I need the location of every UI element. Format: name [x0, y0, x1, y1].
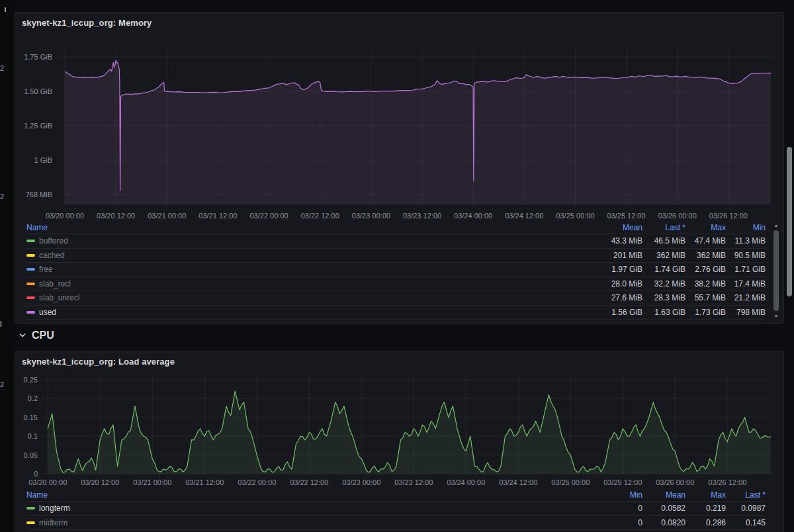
- memory-legend-table: NameMeanLast *MaxMinbuffered43.3 MiB46.5…: [15, 221, 783, 320]
- y-tick-label: 0: [34, 470, 38, 478]
- legend-column-min[interactable]: Min: [583, 490, 642, 500]
- series-color-swatch: [26, 268, 35, 271]
- x-tick-label: 03/21 00:00: [148, 212, 186, 220]
- legend-stat-value: 55.7 MiB: [685, 293, 726, 302]
- series-color-swatch: [26, 240, 35, 242]
- row-header-cpu[interactable]: CPU: [19, 330, 54, 341]
- legend-column-mean[interactable]: Mean: [642, 490, 685, 500]
- series-name: cached: [39, 251, 65, 260]
- clipped-fragment: 2: [0, 192, 4, 201]
- legend-column-mean[interactable]: Mean: [583, 223, 642, 232]
- legend-stat-value: 0.0582: [642, 504, 685, 513]
- left-gutter: 2 2 l 2: [0, 0, 13, 532]
- legend-column-max[interactable]: Max: [685, 223, 726, 232]
- x-tick-label: 03/26 12:00: [709, 212, 748, 220]
- legend-stat-value: 0.145: [726, 518, 766, 527]
- legend-stat-value: 21.2 MiB: [726, 293, 766, 302]
- x-tick-label: 03/22 12:00: [290, 478, 328, 486]
- legend-row-used[interactable]: used1.56 GiB1.63 GiB1.73 GiB798 MiB: [26, 306, 766, 320]
- legend-stat-value: 32.2 MiB: [642, 279, 685, 288]
- legend-stat-value: 1.56 GiB: [583, 308, 642, 317]
- series-name: used: [39, 308, 56, 317]
- legend-row-slab_recl[interactable]: slab_recl28.0 MiB32.2 MiB38.2 MiB17.4 Mi…: [26, 277, 766, 292]
- x-tick-label: 03/22 00:00: [238, 478, 276, 486]
- legend-stat-value: 28.0 MiB: [583, 279, 642, 288]
- x-tick-label: 03/24 12:00: [499, 478, 537, 486]
- legend-row-longterm[interactable]: longterm00.05820.2190.0987: [26, 502, 766, 516]
- y-tick-label: 0.25: [24, 376, 38, 384]
- x-tick-label: 03/25 00:00: [556, 212, 594, 220]
- legend-scrollbar-thumb[interactable]: [773, 230, 779, 311]
- legend-stat-value: 2.76 GiB: [685, 265, 726, 274]
- legend-stat-value: 38.2 MiB: [685, 279, 726, 288]
- y-tick-label: 0.05: [24, 451, 38, 459]
- legend-column-last[interactable]: Last *: [726, 490, 766, 500]
- x-tick-label: 03/20 12:00: [97, 212, 135, 220]
- x-tick-label: 03/23 12:00: [394, 478, 433, 486]
- x-tick-label: 03/25 12:00: [607, 212, 646, 220]
- legend-row-free[interactable]: free1.97 GiB1.74 GiB2.76 GiB1.71 GiB: [26, 263, 766, 277]
- legend-column-min[interactable]: Min: [726, 223, 766, 232]
- x-tick-label: 03/20 00:00: [28, 478, 67, 486]
- clipped-fragment: l: [0, 320, 2, 329]
- legend-stat-value: 362 MiB: [642, 251, 685, 260]
- x-tick-label: 03/24 12:00: [505, 212, 543, 220]
- legend-stat-value: 0: [583, 504, 642, 513]
- legend-stat-value: 1.63 GiB: [642, 308, 685, 317]
- y-tick-label: 0.15: [24, 414, 38, 421]
- x-tick-label: 03/23 00:00: [342, 478, 380, 486]
- x-tick-label: 03/23 00:00: [352, 212, 390, 220]
- legend-stat-value: 1.73 GiB: [685, 308, 726, 317]
- legend-stat-value: 43.3 MiB: [583, 236, 642, 245]
- x-tick-label: 03/24 00:00: [454, 212, 492, 220]
- legend-stat-value: 47.4 MiB: [685, 236, 726, 245]
- y-tick-label: 0.2: [28, 394, 38, 402]
- x-tick-label: 03/21 12:00: [185, 478, 224, 486]
- legend-stat-value: 90.5 MiB: [726, 251, 766, 260]
- legend-stat-value: 1.74 GiB: [642, 265, 685, 274]
- y-tick-label: 0.1: [28, 432, 38, 440]
- series-fill-longterm: [48, 391, 771, 474]
- x-tick-label: 03/21 12:00: [198, 212, 237, 220]
- legend-column-name[interactable]: Name: [26, 223, 583, 232]
- series-name: slab_recl: [39, 279, 71, 288]
- legend-stat-value: 11.3 MiB: [726, 236, 766, 245]
- series-name: buffered: [39, 236, 68, 245]
- panel-title-load-average[interactable]: skynet-kz1_iccup_org: Load average: [22, 357, 175, 367]
- x-tick-label: 03/23 12:00: [403, 212, 441, 220]
- y-tick-label: 768 MiB: [26, 191, 52, 199]
- legend-scrollbar[interactable]: ▲ ▼: [773, 222, 779, 319]
- series-color-swatch: [26, 507, 35, 510]
- memory-time-series-chart[interactable]: 03/20 00:0003/20 12:0003/21 00:0003/21 1…: [15, 32, 785, 226]
- scroll-down-icon[interactable]: ▼: [774, 313, 779, 319]
- clipped-fragment: [5, 7, 6, 12]
- legend-stat-value: 27.6 MiB: [583, 293, 642, 302]
- legend-stat-value: 0.0987: [726, 504, 766, 513]
- legend-header-row: NameMeanLast *MaxMin: [26, 221, 766, 234]
- legend-column-last[interactable]: Last *: [642, 223, 685, 232]
- load-average-time-series-chart[interactable]: 03/20 00:0003/20 12:0003/21 00:0003/21 1…: [15, 370, 785, 496]
- legend-stat-value: 1.97 GiB: [583, 265, 642, 274]
- legend-column-max[interactable]: Max: [685, 490, 726, 500]
- y-tick-label: 1.25 GiB: [24, 122, 52, 130]
- x-tick-label: 03/26 00:00: [658, 212, 697, 220]
- legend-row-midterm[interactable]: midterm00.08200.2860.145: [26, 516, 766, 531]
- load-average-panel: skynet-kz1_iccup_org: Load average 03/20…: [15, 351, 784, 532]
- clipped-fragment: 2: [0, 64, 4, 73]
- x-tick-label: 03/25 12:00: [603, 478, 642, 486]
- legend-stat-value: 0: [583, 518, 642, 527]
- legend-stat-value: 17.4 MiB: [726, 279, 766, 288]
- legend-stat-value: 201 MiB: [583, 251, 642, 260]
- page-scrollbar-thumb[interactable]: [787, 147, 792, 296]
- legend-column-name[interactable]: Name: [26, 490, 583, 500]
- legend-row-buffered[interactable]: buffered43.3 MiB46.5 MiB47.4 MiB11.3 MiB: [26, 234, 766, 249]
- series-color-swatch: [26, 254, 35, 257]
- legend-row-slab_unrecl[interactable]: slab_unrecl27.6 MiB28.3 MiB55.7 MiB21.2 …: [26, 291, 766, 306]
- scroll-up-icon[interactable]: ▲: [774, 222, 779, 228]
- y-tick-label: 1.75 GiB: [24, 53, 52, 61]
- series-color-swatch: [26, 296, 35, 299]
- x-tick-label: 03/26 00:00: [656, 478, 694, 486]
- panel-title-memory[interactable]: skynet-kz1_iccup_org: Memory: [22, 18, 152, 28]
- legend-stat-value: 46.5 MiB: [642, 236, 685, 245]
- legend-row-cached[interactable]: cached201 MiB362 MiB362 MiB90.5 MiB: [26, 249, 766, 263]
